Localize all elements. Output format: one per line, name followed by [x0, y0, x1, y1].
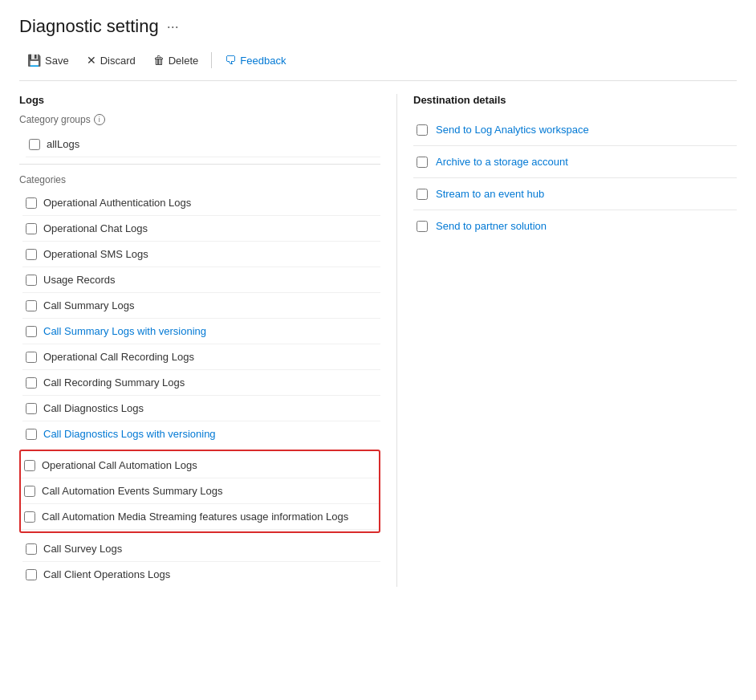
page-container: Diagnostic setting ··· 💾 Save ✕ Discard …: [0, 0, 756, 603]
delete-label: Delete: [169, 55, 199, 67]
label-call-summary-versioning[interactable]: Call Summary Logs with versioning: [43, 325, 206, 337]
left-panel: Logs Category groups i allLogs Categorie…: [19, 94, 396, 587]
checkbox-operational-chat[interactable]: [26, 223, 37, 234]
discard-button[interactable]: ✕ Discard: [79, 50, 144, 71]
bottom-categories-list: Call Survey Logs Call Client Operations …: [22, 536, 380, 587]
category-item-operational-sms: Operational SMS Logs: [22, 242, 380, 267]
checkbox-op-call-recording[interactable]: [26, 352, 37, 363]
category-item-call-diagnostics-versioning: Call Diagnostics Logs with versioning: [22, 421, 380, 446]
label-storage-account[interactable]: Archive to a storage account: [436, 156, 568, 168]
category-item-call-auto-media-streaming: Call Automation Media Streaming features…: [21, 504, 379, 530]
feedback-button[interactable]: 🗨 Feedback: [217, 50, 294, 71]
discard-icon: ✕: [87, 54, 96, 67]
all-logs-label: allLogs: [47, 138, 79, 150]
logs-section-header: Logs: [19, 94, 380, 106]
categories-label: Categories: [19, 174, 380, 185]
toolbar: 💾 Save ✕ Discard 🗑 Delete 🗨 Feedback: [19, 50, 737, 81]
label-call-summary: Call Summary Logs: [43, 299, 134, 311]
destination-storage-account: Archive to a storage account: [413, 146, 737, 178]
label-op-call-automation: Operational Call Automation Logs: [42, 459, 197, 471]
checkbox-call-auto-events-summary[interactable]: [24, 486, 35, 497]
label-partner-solution[interactable]: Send to partner solution: [436, 220, 547, 232]
category-item-operational-auth: Operational Authentication Logs: [22, 190, 380, 216]
label-log-analytics[interactable]: Send to Log Analytics workspace: [436, 124, 589, 136]
category-groups-header: Category groups i: [19, 114, 380, 125]
toolbar-separator: [211, 52, 212, 68]
save-label: Save: [45, 55, 69, 67]
category-groups-label: Category groups: [19, 114, 91, 125]
label-operational-chat: Operational Chat Logs: [43, 222, 148, 234]
category-item-usage-records: Usage Records: [22, 267, 380, 293]
label-call-auto-media-streaming: Call Automation Media Streaming features…: [42, 511, 348, 523]
checkbox-call-diagnostics-versioning[interactable]: [26, 429, 37, 440]
destination-log-analytics: Send to Log Analytics workspace: [413, 114, 737, 146]
checkbox-call-auto-media-streaming[interactable]: [24, 511, 35, 523]
category-item-call-summary: Call Summary Logs: [22, 293, 380, 319]
main-layout: Logs Category groups i allLogs Categorie…: [19, 94, 737, 587]
category-item-call-recording-summary: Call Recording Summary Logs: [22, 370, 380, 396]
label-event-hub[interactable]: Stream to an event hub: [436, 188, 544, 200]
page-title-area: Diagnostic setting ···: [19, 16, 737, 37]
all-logs-item: allLogs: [26, 132, 380, 157]
page-title-text: Diagnostic setting: [19, 16, 159, 37]
label-call-diagnostics-versioning[interactable]: Call Diagnostics Logs with versioning: [43, 428, 216, 440]
checkbox-storage-account[interactable]: [417, 157, 428, 168]
feedback-icon: 🗨: [225, 54, 236, 67]
save-icon: 💾: [27, 54, 41, 67]
checkbox-call-recording-summary[interactable]: [26, 377, 37, 389]
info-icon[interactable]: i: [94, 114, 105, 125]
save-button[interactable]: 💾 Save: [19, 50, 77, 71]
checkbox-call-summary-versioning[interactable]: [26, 326, 37, 337]
checkbox-call-survey[interactable]: [26, 543, 37, 555]
category-item-call-diagnostics: Call Diagnostics Logs: [22, 396, 380, 421]
category-item-call-summary-versioning: Call Summary Logs with versioning: [22, 319, 380, 344]
label-call-recording-summary: Call Recording Summary Logs: [43, 376, 185, 389]
checkbox-usage-records[interactable]: [26, 275, 37, 286]
checkbox-call-summary[interactable]: [26, 300, 37, 311]
checkbox-operational-sms[interactable]: [26, 249, 37, 260]
label-usage-records: Usage Records: [43, 274, 116, 286]
destination-section-header: Destination details: [413, 94, 737, 106]
category-item-operational-chat: Operational Chat Logs: [22, 216, 380, 242]
label-call-survey: Call Survey Logs: [43, 543, 122, 555]
checkbox-partner-solution[interactable]: [417, 221, 428, 232]
delete-button[interactable]: 🗑 Delete: [145, 50, 207, 71]
category-item-call-client-ops: Call Client Operations Logs: [22, 562, 380, 587]
checkbox-call-diagnostics[interactable]: [26, 403, 37, 414]
checkbox-event-hub[interactable]: [417, 189, 428, 200]
discard-label: Discard: [100, 55, 136, 67]
destination-partner-solution: Send to partner solution: [413, 210, 737, 242]
category-item-call-auto-events-summary: Call Automation Events Summary Logs: [21, 478, 379, 504]
label-op-call-recording: Operational Call Recording Logs: [43, 351, 194, 363]
checkbox-operational-auth[interactable]: [26, 197, 37, 209]
highlighted-automation-section: Operational Call Automation Logs Call Au…: [19, 450, 380, 533]
page-title-dots: ···: [167, 18, 179, 35]
feedback-label: Feedback: [240, 55, 286, 67]
right-panel: Destination details Send to Log Analytic…: [396, 94, 737, 587]
destination-event-hub: Stream to an event hub: [413, 178, 737, 210]
categories-list: Operational Authentication Logs Operatio…: [22, 190, 380, 446]
label-call-auto-events-summary: Call Automation Events Summary Logs: [42, 485, 222, 497]
label-call-client-ops: Call Client Operations Logs: [43, 568, 170, 580]
checkbox-call-client-ops[interactable]: [26, 569, 37, 580]
label-operational-sms: Operational SMS Logs: [43, 248, 148, 260]
category-item-op-call-automation: Operational Call Automation Logs: [21, 453, 379, 478]
checkbox-log-analytics[interactable]: [417, 124, 428, 136]
category-item-call-survey: Call Survey Logs: [22, 536, 380, 562]
delete-icon: 🗑: [153, 54, 165, 67]
categories-divider: [19, 164, 380, 165]
label-operational-auth: Operational Authentication Logs: [43, 197, 191, 209]
checkbox-op-call-automation[interactable]: [24, 460, 35, 471]
category-item-op-call-recording: Operational Call Recording Logs: [22, 344, 380, 370]
all-logs-checkbox[interactable]: [29, 139, 40, 150]
label-call-diagnostics: Call Diagnostics Logs: [43, 402, 144, 414]
